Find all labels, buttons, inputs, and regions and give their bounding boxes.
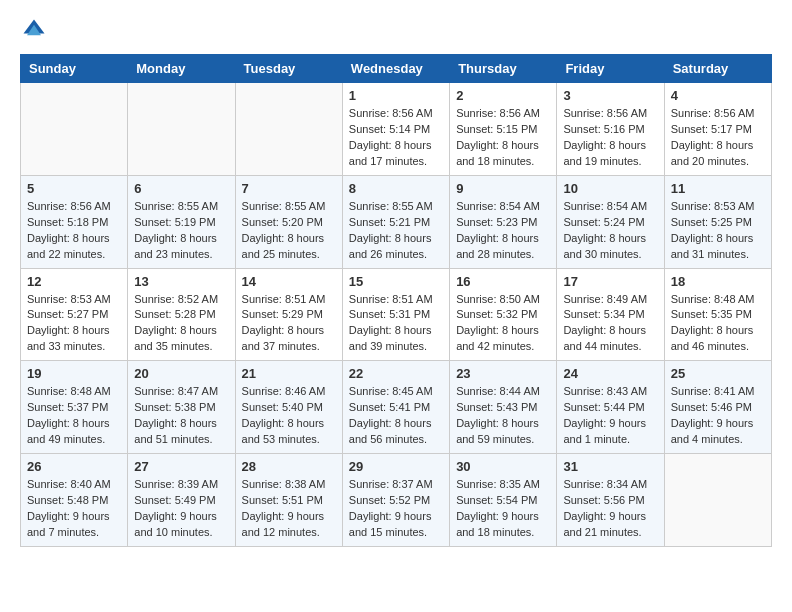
- calendar-cell: 15Sunrise: 8:51 AM Sunset: 5:31 PM Dayli…: [342, 268, 449, 361]
- weekday-header-wednesday: Wednesday: [342, 55, 449, 83]
- page: SundayMondayTuesdayWednesdayThursdayFrid…: [0, 0, 792, 563]
- calendar-cell: 16Sunrise: 8:50 AM Sunset: 5:32 PM Dayli…: [450, 268, 557, 361]
- day-number: 12: [27, 274, 121, 289]
- calendar-cell: 8Sunrise: 8:55 AM Sunset: 5:21 PM Daylig…: [342, 175, 449, 268]
- day-number: 3: [563, 88, 657, 103]
- calendar-cell: 22Sunrise: 8:45 AM Sunset: 5:41 PM Dayli…: [342, 361, 449, 454]
- cell-content: Sunrise: 8:37 AM Sunset: 5:52 PM Dayligh…: [349, 477, 443, 541]
- day-number: 30: [456, 459, 550, 474]
- calendar-cell: 1Sunrise: 8:56 AM Sunset: 5:14 PM Daylig…: [342, 83, 449, 176]
- day-number: 5: [27, 181, 121, 196]
- week-row-1: 1Sunrise: 8:56 AM Sunset: 5:14 PM Daylig…: [21, 83, 772, 176]
- cell-content: Sunrise: 8:41 AM Sunset: 5:46 PM Dayligh…: [671, 384, 765, 448]
- weekday-header-monday: Monday: [128, 55, 235, 83]
- week-row-5: 26Sunrise: 8:40 AM Sunset: 5:48 PM Dayli…: [21, 454, 772, 547]
- cell-content: Sunrise: 8:56 AM Sunset: 5:14 PM Dayligh…: [349, 106, 443, 170]
- cell-content: Sunrise: 8:34 AM Sunset: 5:56 PM Dayligh…: [563, 477, 657, 541]
- calendar-cell: 25Sunrise: 8:41 AM Sunset: 5:46 PM Dayli…: [664, 361, 771, 454]
- day-number: 28: [242, 459, 336, 474]
- day-number: 10: [563, 181, 657, 196]
- day-number: 23: [456, 366, 550, 381]
- cell-content: Sunrise: 8:38 AM Sunset: 5:51 PM Dayligh…: [242, 477, 336, 541]
- day-number: 9: [456, 181, 550, 196]
- cell-content: Sunrise: 8:43 AM Sunset: 5:44 PM Dayligh…: [563, 384, 657, 448]
- calendar-cell: 31Sunrise: 8:34 AM Sunset: 5:56 PM Dayli…: [557, 454, 664, 547]
- weekday-header-friday: Friday: [557, 55, 664, 83]
- day-number: 22: [349, 366, 443, 381]
- calendar-cell: 10Sunrise: 8:54 AM Sunset: 5:24 PM Dayli…: [557, 175, 664, 268]
- day-number: 31: [563, 459, 657, 474]
- cell-content: Sunrise: 8:56 AM Sunset: 5:17 PM Dayligh…: [671, 106, 765, 170]
- calendar-cell: 7Sunrise: 8:55 AM Sunset: 5:20 PM Daylig…: [235, 175, 342, 268]
- calendar-cell: 6Sunrise: 8:55 AM Sunset: 5:19 PM Daylig…: [128, 175, 235, 268]
- calendar-cell: 9Sunrise: 8:54 AM Sunset: 5:23 PM Daylig…: [450, 175, 557, 268]
- day-number: 26: [27, 459, 121, 474]
- calendar-cell: 18Sunrise: 8:48 AM Sunset: 5:35 PM Dayli…: [664, 268, 771, 361]
- cell-content: Sunrise: 8:56 AM Sunset: 5:18 PM Dayligh…: [27, 199, 121, 263]
- calendar-cell: 24Sunrise: 8:43 AM Sunset: 5:44 PM Dayli…: [557, 361, 664, 454]
- weekday-header-saturday: Saturday: [664, 55, 771, 83]
- calendar-cell: 30Sunrise: 8:35 AM Sunset: 5:54 PM Dayli…: [450, 454, 557, 547]
- day-number: 16: [456, 274, 550, 289]
- cell-content: Sunrise: 8:53 AM Sunset: 5:27 PM Dayligh…: [27, 292, 121, 356]
- calendar-cell: 19Sunrise: 8:48 AM Sunset: 5:37 PM Dayli…: [21, 361, 128, 454]
- cell-content: Sunrise: 8:46 AM Sunset: 5:40 PM Dayligh…: [242, 384, 336, 448]
- cell-content: Sunrise: 8:53 AM Sunset: 5:25 PM Dayligh…: [671, 199, 765, 263]
- day-number: 14: [242, 274, 336, 289]
- day-number: 25: [671, 366, 765, 381]
- week-row-2: 5Sunrise: 8:56 AM Sunset: 5:18 PM Daylig…: [21, 175, 772, 268]
- calendar-cell: 3Sunrise: 8:56 AM Sunset: 5:16 PM Daylig…: [557, 83, 664, 176]
- calendar-cell: [21, 83, 128, 176]
- calendar-cell: 5Sunrise: 8:56 AM Sunset: 5:18 PM Daylig…: [21, 175, 128, 268]
- week-row-4: 19Sunrise: 8:48 AM Sunset: 5:37 PM Dayli…: [21, 361, 772, 454]
- day-number: 17: [563, 274, 657, 289]
- cell-content: Sunrise: 8:40 AM Sunset: 5:48 PM Dayligh…: [27, 477, 121, 541]
- cell-content: Sunrise: 8:52 AM Sunset: 5:28 PM Dayligh…: [134, 292, 228, 356]
- day-number: 20: [134, 366, 228, 381]
- weekday-header-sunday: Sunday: [21, 55, 128, 83]
- cell-content: Sunrise: 8:54 AM Sunset: 5:23 PM Dayligh…: [456, 199, 550, 263]
- weekday-header-row: SundayMondayTuesdayWednesdayThursdayFrid…: [21, 55, 772, 83]
- calendar-cell: 14Sunrise: 8:51 AM Sunset: 5:29 PM Dayli…: [235, 268, 342, 361]
- calendar-cell: 27Sunrise: 8:39 AM Sunset: 5:49 PM Dayli…: [128, 454, 235, 547]
- calendar-cell: 12Sunrise: 8:53 AM Sunset: 5:27 PM Dayli…: [21, 268, 128, 361]
- calendar-cell: 17Sunrise: 8:49 AM Sunset: 5:34 PM Dayli…: [557, 268, 664, 361]
- day-number: 6: [134, 181, 228, 196]
- calendar-cell: [235, 83, 342, 176]
- day-number: 24: [563, 366, 657, 381]
- calendar-cell: 13Sunrise: 8:52 AM Sunset: 5:28 PM Dayli…: [128, 268, 235, 361]
- day-number: 21: [242, 366, 336, 381]
- calendar-cell: [128, 83, 235, 176]
- calendar: SundayMondayTuesdayWednesdayThursdayFrid…: [20, 54, 772, 547]
- cell-content: Sunrise: 8:55 AM Sunset: 5:19 PM Dayligh…: [134, 199, 228, 263]
- cell-content: Sunrise: 8:44 AM Sunset: 5:43 PM Dayligh…: [456, 384, 550, 448]
- day-number: 4: [671, 88, 765, 103]
- weekday-header-tuesday: Tuesday: [235, 55, 342, 83]
- cell-content: Sunrise: 8:45 AM Sunset: 5:41 PM Dayligh…: [349, 384, 443, 448]
- cell-content: Sunrise: 8:51 AM Sunset: 5:29 PM Dayligh…: [242, 292, 336, 356]
- cell-content: Sunrise: 8:39 AM Sunset: 5:49 PM Dayligh…: [134, 477, 228, 541]
- cell-content: Sunrise: 8:56 AM Sunset: 5:15 PM Dayligh…: [456, 106, 550, 170]
- cell-content: Sunrise: 8:48 AM Sunset: 5:35 PM Dayligh…: [671, 292, 765, 356]
- cell-content: Sunrise: 8:35 AM Sunset: 5:54 PM Dayligh…: [456, 477, 550, 541]
- calendar-cell: 26Sunrise: 8:40 AM Sunset: 5:48 PM Dayli…: [21, 454, 128, 547]
- cell-content: Sunrise: 8:56 AM Sunset: 5:16 PM Dayligh…: [563, 106, 657, 170]
- calendar-cell: 20Sunrise: 8:47 AM Sunset: 5:38 PM Dayli…: [128, 361, 235, 454]
- day-number: 19: [27, 366, 121, 381]
- day-number: 29: [349, 459, 443, 474]
- calendar-cell: 23Sunrise: 8:44 AM Sunset: 5:43 PM Dayli…: [450, 361, 557, 454]
- day-number: 1: [349, 88, 443, 103]
- day-number: 7: [242, 181, 336, 196]
- calendar-cell: 4Sunrise: 8:56 AM Sunset: 5:17 PM Daylig…: [664, 83, 771, 176]
- day-number: 8: [349, 181, 443, 196]
- cell-content: Sunrise: 8:48 AM Sunset: 5:37 PM Dayligh…: [27, 384, 121, 448]
- day-number: 18: [671, 274, 765, 289]
- calendar-cell: 29Sunrise: 8:37 AM Sunset: 5:52 PM Dayli…: [342, 454, 449, 547]
- header: [20, 16, 772, 44]
- day-number: 11: [671, 181, 765, 196]
- cell-content: Sunrise: 8:55 AM Sunset: 5:21 PM Dayligh…: [349, 199, 443, 263]
- cell-content: Sunrise: 8:51 AM Sunset: 5:31 PM Dayligh…: [349, 292, 443, 356]
- cell-content: Sunrise: 8:54 AM Sunset: 5:24 PM Dayligh…: [563, 199, 657, 263]
- calendar-cell: 28Sunrise: 8:38 AM Sunset: 5:51 PM Dayli…: [235, 454, 342, 547]
- day-number: 13: [134, 274, 228, 289]
